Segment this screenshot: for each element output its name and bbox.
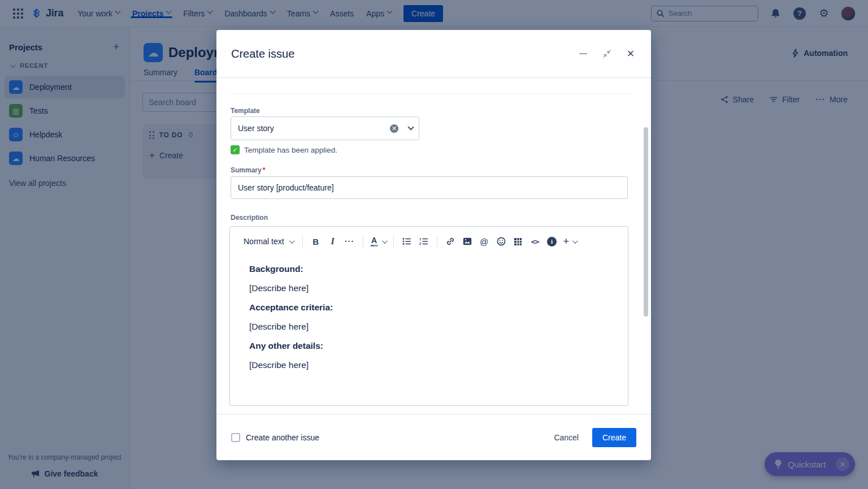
description-heading: Acceptance criteria: <box>249 301 610 313</box>
required-asterisk: * <box>263 166 266 174</box>
divider <box>302 235 303 248</box>
numbered-list-icon[interactable]: 12 <box>416 233 431 249</box>
description-editor-content[interactable]: Background: [Describe here] Acceptance c… <box>230 254 628 406</box>
description-editor: Normal text B I ··· A <box>229 226 628 406</box>
green-checkmark-icon: ✓ <box>231 145 240 154</box>
cancel-button[interactable]: Cancel <box>546 429 587 447</box>
bullet-list-icon[interactable] <box>400 233 414 249</box>
create-button[interactable]: Create <box>592 428 636 447</box>
chevron-down-icon <box>289 238 295 244</box>
svg-text:2: 2 <box>419 242 422 245</box>
description-placeholder-line: [Describe here] <box>249 282 610 294</box>
modal-scrollbar[interactable] <box>644 127 648 317</box>
chevron-down-icon <box>407 124 414 130</box>
info-panel-icon[interactable]: i <box>545 233 559 249</box>
description-heading: Any other details: <box>249 340 610 352</box>
divider <box>231 93 633 94</box>
text-style-dropdown[interactable]: Normal text <box>244 237 297 246</box>
minimize-icon[interactable] <box>578 48 589 59</box>
close-icon[interactable]: × <box>625 48 636 59</box>
svg-text:1: 1 <box>419 237 422 241</box>
summary-input[interactable] <box>231 176 628 199</box>
clear-selection-icon[interactable]: ✕ <box>390 124 398 133</box>
chevron-down-icon <box>572 238 578 244</box>
page: Jira Your work Projects Filters Dashboar… <box>0 0 868 489</box>
description-field-label: Description <box>231 214 268 222</box>
image-icon[interactable] <box>460 233 475 249</box>
text-color-icon[interactable]: A <box>369 233 388 249</box>
editor-toolbar: Normal text B I ··· A <box>230 227 628 254</box>
modal-window-controls: × <box>578 48 636 59</box>
divider <box>363 235 363 248</box>
modal-title: Create issue <box>231 47 294 60</box>
divider <box>437 235 437 248</box>
template-field-label: Template <box>231 107 260 115</box>
bold-icon[interactable]: B <box>309 233 323 249</box>
create-issue-modal: Create issue × Template User story ✕ ✓ T… <box>216 30 651 460</box>
modal-header: Create issue × <box>216 30 651 78</box>
modal-footer: Create another issue Cancel Create <box>216 414 651 460</box>
summary-field-label: Summary* <box>231 166 265 174</box>
divider <box>393 235 394 248</box>
create-another-label: Create another issue <box>246 433 319 442</box>
template-selected-value: User story <box>238 124 390 133</box>
exit-fullscreen-icon[interactable] <box>601 48 613 59</box>
description-heading: Background: <box>249 263 610 275</box>
table-icon[interactable] <box>511 233 526 249</box>
create-another-checkbox[interactable] <box>231 433 240 442</box>
template-applied-message: ✓ Template has been applied. <box>231 145 337 154</box>
description-placeholder-line: [Describe here] <box>249 321 610 332</box>
code-icon[interactable]: <> <box>528 233 542 249</box>
insert-more-icon[interactable]: + <box>562 233 579 249</box>
emoji-icon[interactable] <box>494 233 509 249</box>
more-formatting-icon[interactable]: ··· <box>342 233 357 249</box>
chevron-down-icon <box>382 238 388 244</box>
link-icon[interactable] <box>443 233 458 249</box>
template-select[interactable]: User story ✕ <box>231 116 419 140</box>
italic-icon[interactable]: I <box>326 233 340 249</box>
description-placeholder-line: [Describe here] <box>249 359 610 371</box>
mention-icon[interactable]: @ <box>477 233 492 249</box>
